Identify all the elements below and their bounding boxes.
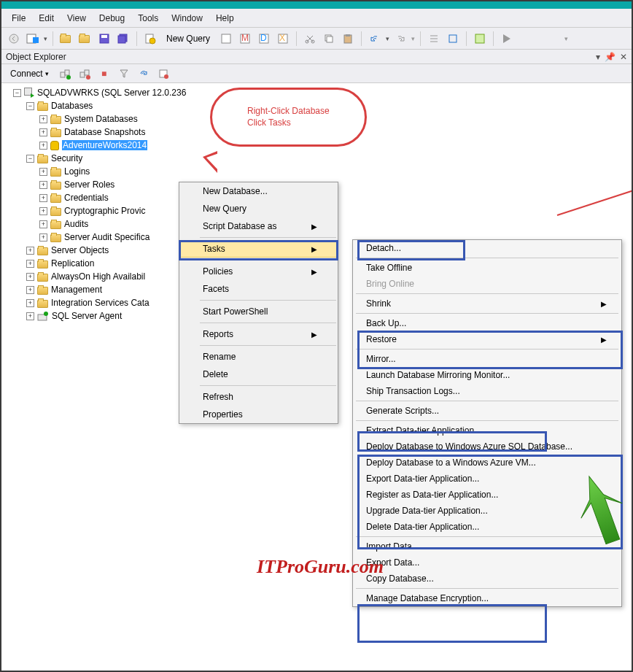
menubar: File Edit View Debug Tools Window Help [1,9,632,28]
redo-button[interactable] [392,31,408,47]
svg-rect-23 [475,34,484,43]
pin-icon[interactable]: 📌 [605,52,615,62]
nav2-button[interactable] [445,31,461,47]
connect-icon[interactable] [57,66,73,82]
dropdown-icon[interactable]: ▾ [596,52,600,62]
svg-rect-19 [327,36,333,42]
svg-point-32 [164,74,168,79]
sm-launch-mirror[interactable]: Launch Database Mirroring Monitor... [353,367,621,383]
cut-button[interactable] [302,31,318,47]
sm-extract-dac[interactable]: Extract Data-tier Application... [353,422,621,439]
svg-text:D: D [260,34,267,43]
script3-button[interactable]: D [256,31,272,47]
paste-button[interactable] [340,31,356,47]
sm-backup[interactable]: Back Up... [353,315,621,331]
svg-point-30 [86,75,90,80]
svg-point-27 [66,75,71,80]
new-project-button[interactable] [25,31,41,47]
nav1-button[interactable] [426,31,442,47]
cm-properties[interactable]: Properties [179,406,338,423]
activity-button[interactable] [472,31,488,47]
cm-new-query[interactable]: New Query [179,200,338,217]
sm-copy-db[interactable]: Copy Database... [353,571,621,587]
menu-tools[interactable]: Tools [132,10,164,26]
cm-refresh[interactable]: Refresh [179,388,338,406]
filter-icon[interactable] [116,66,132,82]
copy-button[interactable] [321,31,337,47]
sm-deploy-vm[interactable]: Deploy Database to a Windows Azure VM... [353,455,621,471]
cm-script-database[interactable]: Script Database as▶ [179,217,338,235]
menu-help[interactable]: Help [210,10,240,26]
open2-button[interactable] [77,31,93,47]
menu-view[interactable]: View [61,10,92,26]
svg-point-0 [9,34,18,43]
refresh-icon[interactable] [136,66,152,82]
cm-delete[interactable]: Delete [179,366,338,383]
sm-detach[interactable]: Detach... [353,240,621,256]
sm-export-data[interactable]: Export Data... [353,555,621,571]
cm-rename[interactable]: Rename [179,348,338,366]
tree-logins[interactable]: +Logins [1,165,632,178]
menu-file[interactable]: File [6,10,31,26]
connect-button[interactable]: Connect▾ [6,67,53,80]
disconnect-icon[interactable] [77,66,93,82]
undo-button[interactable] [367,31,383,47]
save-button[interactable] [96,31,112,47]
script2-button[interactable]: M [237,31,253,47]
save-all-button[interactable] [115,31,131,47]
svg-text:M: M [241,34,249,43]
play-button[interactable] [499,31,515,47]
svg-rect-26 [65,70,69,75]
callout: Right-Click Database Click Tasks [210,88,367,147]
sm-shrink[interactable]: Shrink▶ [353,296,621,312]
cm-tasks[interactable]: Tasks▶ [179,240,338,258]
sm-manage-encryption[interactable]: Manage Database Encryption... [353,590,621,606]
svg-rect-29 [85,70,89,75]
cm-policies[interactable]: Policies▶ [179,263,338,280]
svg-rect-6 [118,36,125,43]
sm-take-offline[interactable]: Take Offline [353,260,621,276]
menu-debug[interactable]: Debug [93,10,131,26]
svg-point-34 [44,312,48,316]
sm-bring-online: Bring Online [353,276,621,292]
back-button[interactable] [6,31,22,47]
close-icon[interactable]: ✕ [620,52,627,62]
menu-edit[interactable]: Edit [33,10,60,26]
callout-line2: Click Tasks [247,117,330,129]
svg-point-8 [149,38,155,44]
tree-security[interactable]: −Security [1,152,632,165]
tasks-submenu: Detach... Take Offline Bring Online Shri… [352,239,622,607]
svg-rect-28 [80,72,85,77]
open-button[interactable] [58,31,74,47]
script-icon[interactable] [155,66,171,82]
sm-ship-logs[interactable]: Ship Transaction Logs... [353,383,621,399]
menu-window[interactable]: Window [166,10,209,26]
callout-line1: Right-Click Database [247,106,330,117]
script4-button[interactable]: X [275,31,291,47]
toolbar: ▾ New Query M D X ▾ ▾ ▾ [1,28,632,50]
cm-new-database[interactable]: New Database... [179,182,338,200]
annotation-green-arrow [580,474,624,547]
panel-toolbar: Connect▾ ■ [1,64,632,83]
svg-rect-22 [449,35,457,42]
sm-mirror[interactable]: Mirror... [353,351,621,367]
object-explorer-header: Object Explorer ▾ 📌 ✕ [1,50,632,64]
cm-reports[interactable]: Reports▶ [179,325,338,343]
svg-rect-25 [61,72,65,77]
new-query-button[interactable]: New Query [161,32,215,45]
stop-icon[interactable]: ■ [96,66,112,82]
sm-restore[interactable]: Restore▶ [353,331,621,347]
script1-button[interactable] [218,31,234,47]
svg-text:X: X [279,34,285,43]
sm-generate-scripts[interactable]: Generate Scripts... [353,403,621,419]
svg-rect-2 [33,37,39,43]
svg-marker-35 [580,474,624,547]
sm-deploy-azure[interactable]: Deploy Database to Windows Azure SQL Dat… [353,439,621,455]
new-query-icon[interactable] [142,31,158,47]
cm-powershell[interactable]: Start PowerShell [179,303,338,320]
watermark: ITProGuru.com [257,556,384,578]
callout-tail-fill [206,153,219,171]
cm-facets[interactable]: Facets [179,280,338,298]
highlight-export-copy [357,604,547,643]
svg-marker-24 [503,34,510,43]
